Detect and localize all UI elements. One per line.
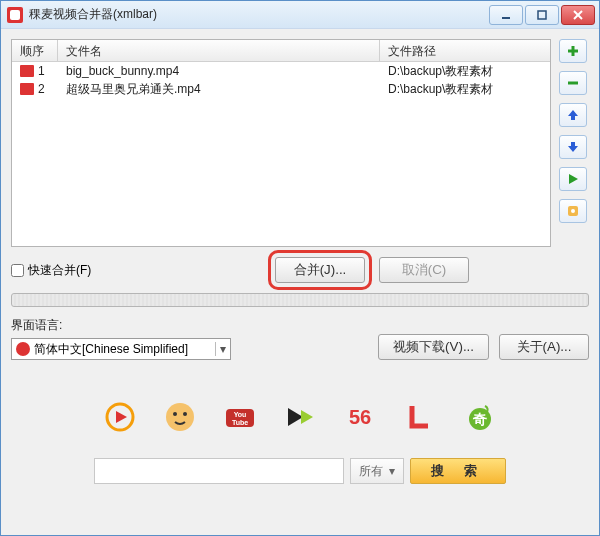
cancel-button[interactable]: 取消(C) xyxy=(379,257,469,283)
row-seq: 1 xyxy=(38,64,45,78)
move-down-button[interactable] xyxy=(559,135,587,159)
row-name: 超级马里奥兄弟通关.mp4 xyxy=(58,81,380,98)
fast-merge-label: 快速合并(F) xyxy=(28,262,91,279)
site-icon-generic-play[interactable] xyxy=(103,400,137,434)
search-button[interactable]: 搜 索 xyxy=(410,458,506,484)
language-select[interactable]: 简体中文[Chinese Simplified] ▾ xyxy=(11,338,231,360)
play-button[interactable] xyxy=(559,167,587,191)
svg-text:Tube: Tube xyxy=(232,419,248,426)
about-button[interactable]: 关于(A)... xyxy=(499,334,589,360)
app-window: 稞麦视频合并器(xmlbar) 顺序 文件名 文件路径 xyxy=(0,0,600,536)
iqiyi-icon: 奇 xyxy=(463,400,497,434)
table-row[interactable]: 2 超级马里奥兄弟通关.mp4 D:\backup\教程素材 xyxy=(12,80,550,98)
close-icon xyxy=(573,10,583,20)
svg-point-11 xyxy=(173,412,177,416)
minus-icon xyxy=(566,76,580,90)
56-icon: 56 xyxy=(343,400,377,434)
youtube-icon: YouTube xyxy=(223,400,257,434)
svg-rect-1 xyxy=(538,11,546,19)
minimize-button[interactable] xyxy=(489,5,523,25)
file-list[interactable]: 顺序 文件名 文件路径 1 big_buck_bunny.mp4 D:\back… xyxy=(11,39,551,247)
language-block: 界面语言: 简体中文[Chinese Simplified] ▾ xyxy=(11,317,231,360)
settings-icon xyxy=(566,204,580,218)
svg-point-12 xyxy=(183,412,187,416)
top-area: 顺序 文件名 文件路径 1 big_buck_bunny.mp4 D:\back… xyxy=(11,39,589,247)
language-value: 简体中文[Chinese Simplified] xyxy=(34,341,211,358)
site-icon-face[interactable] xyxy=(163,400,197,434)
row-name: big_buck_bunny.mp4 xyxy=(58,64,380,78)
file-list-body: 1 big_buck_bunny.mp4 D:\backup\教程素材 2 超级… xyxy=(12,62,550,246)
search-input[interactable] xyxy=(94,458,344,484)
app-icon xyxy=(7,7,23,23)
arrow-down-icon xyxy=(566,140,580,154)
search-filter-value: 所有 xyxy=(359,463,383,480)
svg-text:56: 56 xyxy=(349,406,371,428)
svg-text:You: You xyxy=(234,411,247,418)
arrow-up-icon xyxy=(566,108,580,122)
settings-button[interactable] xyxy=(559,199,587,223)
client-area: 顺序 文件名 文件路径 1 big_buck_bunny.mp4 D:\back… xyxy=(1,29,599,535)
language-row: 界面语言: 简体中文[Chinese Simplified] ▾ 视频下载(V)… xyxy=(11,317,589,360)
maximize-button[interactable] xyxy=(525,5,559,25)
site-icon-arrow[interactable] xyxy=(283,400,317,434)
chevron-down-icon: ▾ xyxy=(215,342,226,356)
play-circle-icon xyxy=(103,400,137,434)
face-icon xyxy=(163,400,197,434)
row-seq: 2 xyxy=(38,82,45,96)
side-toolbar xyxy=(559,39,589,247)
table-row[interactable]: 1 big_buck_bunny.mp4 D:\backup\教程素材 xyxy=(12,62,550,80)
search-filter-select[interactable]: 所有 ▾ xyxy=(350,458,404,484)
row-path: D:\backup\教程素材 xyxy=(380,63,550,80)
svg-point-8 xyxy=(571,209,575,213)
video-download-button[interactable]: 视频下载(V)... xyxy=(378,334,489,360)
site-icon-letv[interactable] xyxy=(403,400,437,434)
center-buttons: 合并(J)... 取消(C) xyxy=(275,257,589,283)
flag-icon xyxy=(16,342,30,356)
window-controls xyxy=(489,5,595,25)
action-row: 快速合并(F) 合并(J)... 取消(C) xyxy=(11,257,589,283)
site-icon-56[interactable]: 56 xyxy=(343,400,377,434)
letv-icon xyxy=(403,400,437,434)
window-title: 稞麦视频合并器(xmlbar) xyxy=(29,6,489,23)
minimize-icon xyxy=(501,10,511,20)
sites-row: YouTube 56 奇 xyxy=(11,400,589,434)
play-icon xyxy=(566,172,580,186)
fast-merge-input[interactable] xyxy=(11,264,24,277)
move-up-button[interactable] xyxy=(559,103,587,127)
row-path: D:\backup\教程素材 xyxy=(380,81,550,98)
site-icon-iqiyi[interactable]: 奇 xyxy=(463,400,497,434)
titlebar: 稞麦视频合并器(xmlbar) xyxy=(1,1,599,29)
merge-button[interactable]: 合并(J)... xyxy=(275,257,365,283)
site-icon-youtube[interactable]: YouTube xyxy=(223,400,257,434)
column-name[interactable]: 文件名 xyxy=(58,40,380,61)
column-seq[interactable]: 顺序 xyxy=(12,40,58,61)
add-button[interactable] xyxy=(559,39,587,63)
progress-bar xyxy=(11,293,589,307)
video-file-icon xyxy=(20,83,34,95)
column-path[interactable]: 文件路径 xyxy=(380,40,550,61)
search-row: 所有 ▾ 搜 索 xyxy=(11,458,589,484)
maximize-icon xyxy=(537,10,547,20)
fast-merge-checkbox[interactable]: 快速合并(F) xyxy=(11,262,261,279)
file-list-header: 顺序 文件名 文件路径 xyxy=(12,40,550,62)
plus-icon xyxy=(566,44,580,58)
language-label: 界面语言: xyxy=(11,317,231,334)
chevron-down-icon: ▾ xyxy=(389,464,395,478)
svg-point-10 xyxy=(166,403,194,431)
svg-text:奇: 奇 xyxy=(472,411,487,427)
close-button[interactable] xyxy=(561,5,595,25)
arrow-play-icon xyxy=(283,400,317,434)
video-file-icon xyxy=(20,65,34,77)
remove-button[interactable] xyxy=(559,71,587,95)
